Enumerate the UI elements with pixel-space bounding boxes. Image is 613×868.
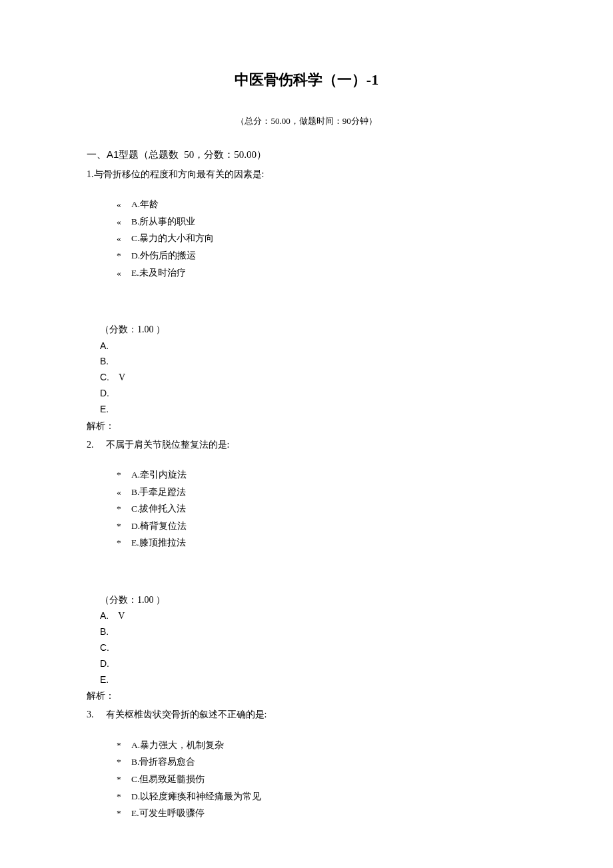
bullet-icon: * bbox=[117, 737, 131, 754]
question-1-options: «A.年龄 «B.所从事的职业 «C.暴力的大小和方向 *D.外伤后的搬运 «E… bbox=[117, 196, 526, 281]
bullet-icon: * bbox=[117, 771, 131, 788]
answer-d: D. bbox=[100, 386, 526, 402]
option-d: *D.外伤后的搬运 bbox=[117, 247, 526, 264]
bullet-icon: « bbox=[117, 213, 131, 230]
answer-e: E. bbox=[100, 672, 526, 688]
section-type: A1型题 bbox=[107, 149, 139, 160]
option-a: *A.暴力强大，机制复杂 bbox=[117, 737, 526, 754]
option-text: D.外伤后的搬运 bbox=[131, 250, 196, 260]
check-icon: V bbox=[119, 372, 125, 382]
question-2-options: *A.牵引内旋法 «B.手牵足蹬法 *C.拔伸托入法 *D.椅背复位法 *E.膝… bbox=[117, 466, 526, 552]
bullet-icon: * bbox=[117, 500, 131, 518]
option-b: *B.骨折容易愈合 bbox=[117, 753, 526, 771]
bullet-icon: * bbox=[117, 466, 131, 484]
bullet-icon: « bbox=[117, 264, 131, 282]
option-text: A.暴力强大，机制复杂 bbox=[131, 740, 224, 750]
bullet-icon: * bbox=[117, 753, 131, 771]
section-count-label: （总题数 bbox=[139, 149, 179, 160]
option-text: A.年龄 bbox=[131, 199, 159, 209]
answer-b: B. bbox=[100, 624, 526, 640]
bullet-icon: « bbox=[117, 230, 131, 247]
option-a: «A.年龄 bbox=[117, 196, 526, 213]
option-text: B.所从事的职业 bbox=[131, 217, 195, 226]
answer-c: C.V bbox=[100, 370, 526, 386]
bullet-icon: « bbox=[117, 484, 131, 501]
option-text: C.但易致延髓损伤 bbox=[131, 774, 205, 784]
option-e: *E.可发生呼吸骤停 bbox=[117, 805, 526, 822]
option-c: *C.但易致延髓损伤 bbox=[117, 771, 526, 788]
option-text: D.椅背复位法 bbox=[131, 521, 187, 531]
question-1-text: 与骨折移位的程度和方向最有关的因素是: bbox=[94, 169, 265, 179]
option-text: A.牵引内旋法 bbox=[131, 470, 187, 480]
question-2-stem: 2.不属于肩关节脱位整复法的是: bbox=[87, 436, 526, 453]
check-icon: V bbox=[118, 611, 125, 621]
answer-d: D. bbox=[100, 656, 526, 672]
option-text: D.以轻度瘫痪和神经痛最为常见 bbox=[131, 791, 261, 801]
option-text: E.可发生呼吸骤停 bbox=[131, 808, 205, 818]
answer-a: A. bbox=[100, 338, 526, 354]
option-b: «B.所从事的职业 bbox=[117, 213, 526, 230]
answer-c: C. bbox=[100, 640, 526, 656]
answer-e: E. bbox=[100, 402, 526, 418]
exam-subtitle: （总分：50.00，做题时间：90分钟） bbox=[87, 113, 526, 129]
option-b: «B.手牵足蹬法 bbox=[117, 484, 526, 501]
exam-title: 中医骨伤科学（一）-1 bbox=[87, 67, 526, 93]
bullet-icon: * bbox=[117, 805, 131, 822]
section-header: 一、A1型题（总题数50，分数：50.00） bbox=[87, 145, 526, 164]
option-a: *A.牵引内旋法 bbox=[117, 466, 526, 484]
question-2-num: 2. bbox=[87, 436, 94, 453]
option-d: *D.椅背复位法 bbox=[117, 518, 526, 535]
bullet-icon: * bbox=[117, 518, 131, 535]
bullet-icon: * bbox=[117, 788, 131, 805]
section-count-value: 50，分数：50.00） bbox=[184, 149, 267, 160]
option-text: E.膝顶推拉法 bbox=[131, 538, 186, 548]
answer-a: A.V bbox=[100, 608, 526, 624]
question-3-stem: 3.有关枢椎齿状突骨折的叙述不正确的是: bbox=[87, 706, 526, 723]
option-text: E.未及时治疗 bbox=[131, 268, 186, 278]
option-d: *D.以轻度瘫痪和神经痛最为常见 bbox=[117, 788, 526, 805]
option-e: *E.膝顶推拉法 bbox=[117, 534, 526, 552]
question-1-score: （分数：1.00 ） bbox=[100, 321, 526, 338]
question-1-stem: 1.与骨折移位的程度和方向最有关的因素是: bbox=[87, 166, 526, 183]
question-2-analysis: 解析： bbox=[87, 687, 526, 704]
option-text: B.骨折容易愈合 bbox=[131, 757, 195, 767]
question-1-num: 1. bbox=[87, 169, 94, 179]
option-e: «E.未及时治疗 bbox=[117, 264, 526, 282]
question-3-options: *A.暴力强大，机制复杂 *B.骨折容易愈合 *C.但易致延髓损伤 *D.以轻度… bbox=[117, 737, 526, 822]
answer-b: B. bbox=[100, 354, 526, 370]
option-text: C.暴力的大小和方向 bbox=[131, 233, 214, 243]
bullet-icon: * bbox=[117, 534, 131, 552]
option-text: B.手牵足蹬法 bbox=[131, 487, 186, 497]
question-1-analysis: 解析： bbox=[87, 418, 526, 434]
option-c: «C.暴力的大小和方向 bbox=[117, 230, 526, 247]
bullet-icon: « bbox=[117, 196, 131, 213]
bullet-icon: * bbox=[117, 247, 131, 264]
section-prefix: 一、 bbox=[87, 149, 107, 160]
option-text: C.拔伸托入法 bbox=[131, 504, 186, 514]
question-3-num: 3. bbox=[87, 706, 94, 723]
question-2-text: 不属于肩关节脱位整复法的是: bbox=[106, 440, 230, 450]
question-3-text: 有关枢椎齿状突骨折的叙述不正确的是: bbox=[106, 709, 267, 719]
option-c: *C.拔伸托入法 bbox=[117, 500, 526, 518]
question-2-score: （分数：1.00 ） bbox=[100, 592, 526, 608]
